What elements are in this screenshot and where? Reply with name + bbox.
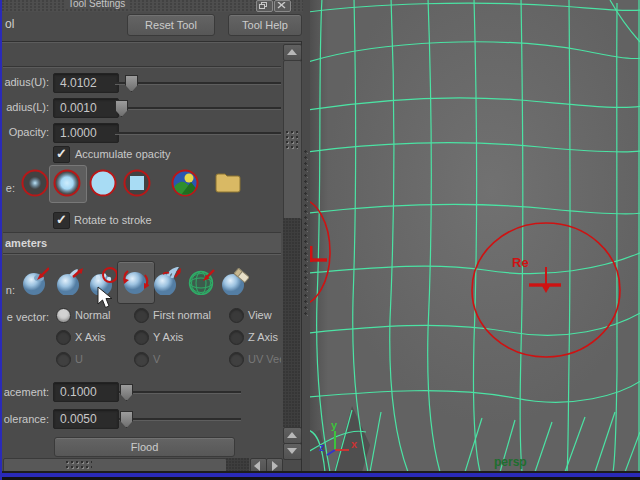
accumulate-opacity-checkbox[interactable]: ✓ <box>53 146 70 163</box>
camera-label: persp <box>494 455 527 469</box>
profile-square-icon[interactable] <box>123 169 151 197</box>
y-axis-label: y <box>331 419 338 431</box>
max-displacement-label: acement: <box>3 386 49 398</box>
browse-folder-icon[interactable] <box>215 173 243 201</box>
scroll-up-button-2[interactable] <box>283 427 302 444</box>
refvec-view-label: View <box>248 309 272 321</box>
radius-u-slider[interactable] <box>115 82 281 85</box>
radius-u-field[interactable]: 4.0102 <box>53 73 119 93</box>
erase-operation-icon[interactable] <box>221 267 249 295</box>
refvec-x-axis-radio[interactable] <box>56 330 71 345</box>
maya-tool-settings-screen: Tool Settings ol Reset Tool Tool Help ad… <box>0 0 640 480</box>
scroll-down-icon <box>287 448 297 454</box>
float-icon <box>259 2 268 9</box>
refvec-first-normal-radio[interactable] <box>134 308 149 323</box>
tolerance-slider[interactable] <box>119 418 241 421</box>
radius-l-field[interactable]: 0.0010 <box>53 98 119 118</box>
refvec-y-axis-label: Y Axis <box>153 331 183 343</box>
vertical-scrollbar-thumb[interactable] <box>283 60 302 220</box>
tool-name-fragment: ol <box>5 17 14 31</box>
panel-title: Tool Settings <box>64 0 129 9</box>
brush-operation-text: Re <box>512 255 529 270</box>
radius-l-label: adius(L): <box>3 101 49 113</box>
opacity-label: Opacity: <box>3 126 49 138</box>
profile-label: e: <box>3 182 15 194</box>
float-panel-button[interactable] <box>256 0 273 12</box>
tool-help-button[interactable]: Tool Help <box>228 14 302 36</box>
pull-operation-icon[interactable] <box>55 267 83 295</box>
refvec-y-axis-radio[interactable] <box>134 330 149 345</box>
refvec-v-radio <box>134 352 149 367</box>
profile-gaussian-icon[interactable] <box>21 169 49 197</box>
horizontal-scrollbar-track[interactable] <box>226 458 249 471</box>
settings-content: adius(U): 4.0102 adius(L): 0.0010 Opacit… <box>3 43 281 458</box>
refvec-x-axis-label: X Axis <box>75 331 106 343</box>
tool-settings-panel: Tool Settings ol Reset Tool Tool Help ad… <box>2 0 303 472</box>
splitter-grip <box>304 150 309 318</box>
max-displacement-field[interactable]: 0.1000 <box>53 382 119 402</box>
radius-u-label: adius(U): <box>3 76 49 88</box>
sculpt-parameters-header[interactable]: ameters <box>3 232 281 254</box>
max-displacement-slider-thumb[interactable] <box>120 384 133 401</box>
window-edge-left <box>0 0 2 480</box>
close-panel-button[interactable] <box>274 0 291 12</box>
panel-splitter[interactable] <box>303 0 310 472</box>
radius-l-slider[interactable] <box>115 107 281 110</box>
close-icon <box>277 2 286 9</box>
scrollbar-grip <box>286 131 298 149</box>
profile-image-icon[interactable] <box>171 169 199 197</box>
refvec-v-label: V <box>153 353 160 365</box>
x-axis-label: x <box>351 438 358 450</box>
rotate-to-stroke-label: Rotate to stroke <box>74 214 152 226</box>
reset-tool-button[interactable]: Reset Tool <box>127 14 215 36</box>
opacity-field[interactable]: 1.0000 <box>53 123 119 143</box>
push-operation-icon[interactable] <box>21 267 49 295</box>
refvec-normal-radio[interactable] <box>56 308 71 323</box>
refvec-u-radio <box>56 352 71 367</box>
tolerance-slider-thumb[interactable] <box>120 411 133 428</box>
refvec-normal-label: Normal <box>75 309 110 321</box>
max-displacement-slider[interactable] <box>119 391 241 394</box>
rotate-to-stroke-checkbox[interactable]: ✓ <box>53 212 70 229</box>
relax-operation-icon[interactable] <box>121 267 149 295</box>
radius-u-slider-thumb[interactable] <box>125 75 138 92</box>
scroll-left-icon <box>254 461 260 471</box>
slide-operation-icon[interactable] <box>187 267 215 295</box>
scroll-up-icon <box>287 49 297 55</box>
profile-soft-icon[interactable] <box>53 169 81 197</box>
refvec-z-axis-label: Z Axis <box>248 331 278 343</box>
scroll-up-icon-2 <box>287 432 297 438</box>
viewport-scene: Re y x z persp <box>310 0 640 472</box>
operation-label: n: <box>3 284 15 296</box>
scroll-right-icon <box>272 461 278 471</box>
reference-vector-label: e vector: <box>3 311 49 323</box>
z-axis-label: z <box>319 441 325 453</box>
refvec-u-label: U <box>75 353 83 365</box>
panel-titlebar[interactable]: Tool Settings <box>2 0 303 12</box>
section-divider <box>3 66 281 68</box>
scrollbar-grip-h <box>66 461 92 471</box>
refvec-view-radio[interactable] <box>229 308 244 323</box>
scroll-down-button[interactable] <box>283 443 302 460</box>
refvec-z-axis-radio[interactable] <box>229 330 244 345</box>
refvec-uv-radio <box>229 352 244 367</box>
accumulate-opacity-label: Accumulate opacity <box>75 148 170 160</box>
mouse-cursor <box>97 286 113 309</box>
profile-solid-icon[interactable] <box>89 169 117 197</box>
refvec-first-normal-label: First normal <box>153 309 211 321</box>
perspective-viewport[interactable]: Re y x z persp <box>310 0 640 472</box>
refvec-uv-label: UV Vec <box>248 353 281 365</box>
opacity-slider[interactable] <box>115 132 281 135</box>
scroll-up-button[interactable] <box>283 44 302 61</box>
pinch-operation-icon[interactable] <box>153 267 181 295</box>
tolerance-label: olerance: <box>3 413 49 425</box>
vertical-scrollbar-track[interactable] <box>283 218 300 427</box>
tolerance-field[interactable]: 0.0050 <box>53 409 119 429</box>
flood-button[interactable]: Flood <box>54 437 235 457</box>
